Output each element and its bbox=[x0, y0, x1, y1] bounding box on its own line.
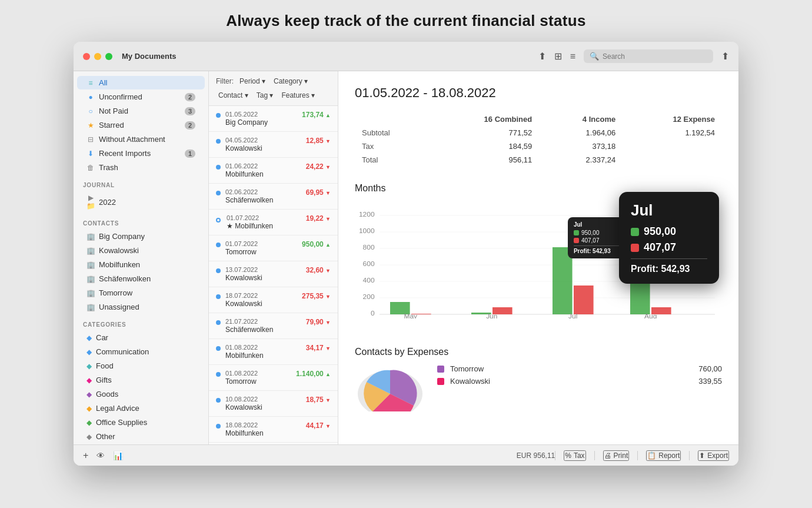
transaction-date-8: 18.07.2022 bbox=[225, 292, 262, 299]
sidebar-item-tomorrow[interactable]: 🏢 Tomorrow bbox=[77, 286, 205, 300]
transaction-vendor-9: Schäfenwolken bbox=[225, 326, 273, 334]
transaction-item-7[interactable]: 13.07.2022 Kowalowski 32,60 ▼ bbox=[209, 261, 338, 287]
transaction-date-5: 01.07.2022 bbox=[227, 214, 273, 221]
upload-icon[interactable]: ⬆ bbox=[538, 51, 546, 62]
sidebar-label-2022: 2022 bbox=[99, 198, 116, 207]
tooltip-expense-dot bbox=[631, 244, 639, 252]
sidebar-label-big-company: Big Company bbox=[99, 232, 145, 241]
transaction-amount-8: 275,35 ▼ bbox=[302, 292, 331, 300]
transaction-item-3[interactable]: 01.06.2022 Mobilfunken 24,22 ▼ bbox=[209, 158, 338, 184]
filter-label: Filter: bbox=[216, 77, 234, 85]
trash-icon: 🗑 bbox=[86, 164, 95, 172]
chart-button[interactable]: 📊 bbox=[113, 451, 123, 460]
sidebar-item-gifts[interactable]: ◆ Gifts bbox=[77, 373, 205, 387]
chart-tooltip-large: Jul 950,00 407,07 Profit: 542,93 bbox=[619, 192, 719, 284]
transaction-date-7: 13.07.2022 bbox=[225, 266, 262, 273]
tax-button[interactable]: % Tax bbox=[564, 450, 585, 461]
transaction-dot-3 bbox=[216, 165, 221, 170]
add-button[interactable]: + bbox=[83, 450, 88, 461]
svg-text:1000: 1000 bbox=[359, 228, 375, 234]
export-label: Export bbox=[707, 451, 728, 460]
transaction-item-12[interactable]: 10.08.2022 Kowalowski 18,75 ▼ bbox=[209, 391, 338, 417]
maximize-button[interactable] bbox=[105, 53, 112, 60]
transaction-item-2[interactable]: 04.05.2022 Kowalowski 12,85 ▼ bbox=[209, 132, 338, 158]
sidebar-item-schafenwolken[interactable]: 🏢 Schäfenwolken bbox=[77, 272, 205, 285]
tooltip-expense-val: 407,07 bbox=[644, 241, 676, 254]
export-button[interactable]: ⬆ Export bbox=[698, 450, 729, 461]
svg-text:Jun: Jun bbox=[486, 313, 497, 318]
sidebar-item-goods[interactable]: ◆ Goods bbox=[77, 387, 205, 401]
transaction-date-13: 18.08.2022 bbox=[225, 421, 264, 429]
sidebar-label-food: Food bbox=[96, 361, 114, 370]
filter-period[interactable]: Period ▾ bbox=[237, 76, 268, 87]
list-view-icon[interactable]: ≡ bbox=[570, 51, 575, 62]
divider-2 bbox=[594, 451, 595, 460]
transaction-amount-11: 1.140,00 ▲ bbox=[296, 370, 331, 378]
transaction-vendor-7: Kowalowski bbox=[225, 274, 262, 282]
minimize-button[interactable] bbox=[94, 53, 101, 60]
filter-tag[interactable]: Tag ▾ bbox=[254, 90, 276, 101]
print-button[interactable]: 🖨 Print bbox=[603, 450, 630, 461]
sidebar-item-food[interactable]: ◆ Food bbox=[77, 359, 205, 373]
transaction-item-4[interactable]: 02.06.2022 Schäfenwolken 69,95 ▼ bbox=[209, 184, 338, 210]
transaction-date-3: 01.06.2022 bbox=[225, 162, 264, 170]
sidebar-item-office-supplies[interactable]: ◆ Office Supplies bbox=[77, 416, 205, 429]
eye-button[interactable]: 👁 bbox=[96, 451, 105, 460]
transaction-item-5[interactable]: 01.07.2022 ★ Mobilfunken 19,22 ▼ bbox=[209, 210, 338, 235]
filter-category[interactable]: Category ▾ bbox=[271, 76, 310, 87]
sidebar-item-recent-imports[interactable]: ⬇ Recent Imports 1 bbox=[77, 147, 205, 160]
close-button[interactable] bbox=[83, 53, 90, 60]
transaction-dot-10 bbox=[216, 346, 221, 351]
sidebar-item-communication[interactable]: ◆ Communication bbox=[77, 345, 205, 358]
search-input[interactable] bbox=[603, 52, 707, 61]
transaction-item-10[interactable]: 01.08.2022 Mobilfunken 34,17 ▼ bbox=[209, 339, 338, 365]
categories-section-header: CATEGORIES bbox=[74, 314, 208, 330]
sidebar-item-legal[interactable]: ◆ Legal Advice bbox=[77, 401, 205, 415]
sidebar-item-kowalowski[interactable]: 🏢 Kowalowski bbox=[77, 244, 205, 257]
contact-icon-5: 🏢 bbox=[86, 289, 95, 297]
transaction-vendor-13: Mobilfunken bbox=[225, 429, 264, 437]
category-icon-communication: ◆ bbox=[86, 348, 92, 356]
sidebar-item-starred[interactable]: ★ Starred 2 bbox=[77, 118, 205, 132]
transaction-dot-7 bbox=[216, 268, 221, 273]
sidebar-item-unassigned-contact[interactable]: 🏢 Unassigned bbox=[77, 300, 205, 314]
sidebar-item-all[interactable]: ≡ All bbox=[77, 76, 205, 89]
legend-label-tomorrow: Tomorrow bbox=[450, 364, 484, 373]
sidebar-item-mobilfunken[interactable]: 🏢 Mobilfunken bbox=[77, 258, 205, 271]
sidebar-item-2022[interactable]: ▶ 📁 2022 bbox=[77, 191, 205, 213]
sidebar-label-tomorrow: Tomorrow bbox=[99, 288, 132, 297]
legend-dot-kowalowski bbox=[437, 378, 444, 385]
transaction-dot-4 bbox=[216, 191, 221, 195]
transaction-item-6[interactable]: 01.07.2022 Tomorrow 950,00 ▲ bbox=[209, 235, 338, 261]
report-button[interactable]: 📋 Report bbox=[646, 450, 681, 461]
search-bar[interactable]: 🔍 bbox=[584, 49, 713, 63]
sidebar-item-trash[interactable]: 🗑 Trash bbox=[77, 161, 205, 174]
export-icon: ⬆ bbox=[699, 451, 705, 460]
sidebar-item-other[interactable]: ◆ Other bbox=[77, 430, 205, 443]
transaction-amount-4: 69,95 ▼ bbox=[306, 188, 331, 197]
sidebar-item-unconfirmed[interactable]: ● Unconfirmed 2 bbox=[77, 90, 205, 104]
bottom-bar-right: % Tax 🖨 Print 📋 Report ⬆ Export bbox=[555, 450, 729, 461]
sidebar-item-without-attachment[interactable]: ⊟ Without Attachment bbox=[77, 132, 205, 146]
svg-text:400: 400 bbox=[363, 277, 375, 284]
share-icon[interactable]: ⬆ bbox=[721, 51, 729, 62]
transaction-item-13[interactable]: 18.08.2022 Mobilfunken 44,17 ▼ bbox=[209, 417, 338, 443]
sidebar-item-big-company[interactable]: 🏢 Big Company bbox=[77, 230, 205, 243]
sidebar-label-unassigned-contact: Unassigned bbox=[99, 303, 139, 311]
transaction-item-9[interactable]: 21.07.2022 Schäfenwolken 79,90 ▼ bbox=[209, 313, 338, 339]
col-header-expense: 12 Expense bbox=[623, 112, 722, 126]
sidebar-label-kowalowski: Kowalowski bbox=[99, 246, 139, 255]
transaction-vendor-4: Schäfenwolken bbox=[225, 196, 273, 204]
transaction-item-1[interactable]: 01.05.2022 Big Company 173,74 ▲ bbox=[209, 106, 338, 132]
filter-contact[interactable]: Contact ▾ bbox=[216, 90, 251, 101]
sidebar-item-not-paid[interactable]: ○ Not Paid 3 bbox=[77, 104, 205, 118]
transaction-amount-13: 44,17 ▼ bbox=[306, 421, 331, 430]
filter-features[interactable]: Features ▾ bbox=[279, 90, 317, 101]
grid-view-icon[interactable]: ⊞ bbox=[554, 51, 562, 62]
svg-text:800: 800 bbox=[363, 244, 375, 251]
transaction-item-11[interactable]: 01.08.2022 Tomorrow 1.140,00 ▲ bbox=[209, 365, 338, 391]
transaction-item-8[interactable]: 18.07.2022 Kowalowski 275,35 ▼ bbox=[209, 287, 338, 313]
transaction-dot-1 bbox=[216, 113, 221, 118]
sidebar-item-car[interactable]: ◆ Car bbox=[77, 331, 205, 344]
unconfirmed-badge: 2 bbox=[185, 93, 195, 101]
